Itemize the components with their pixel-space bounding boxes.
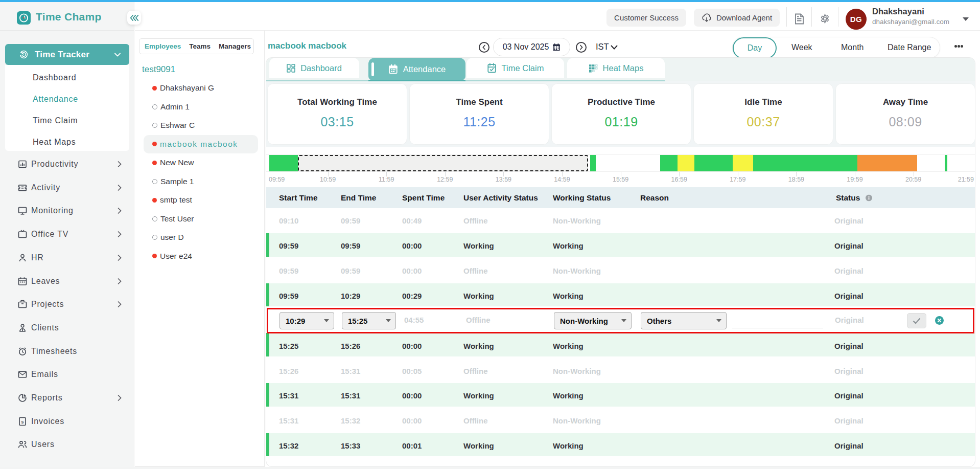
svg-text:s: s xyxy=(21,419,24,424)
